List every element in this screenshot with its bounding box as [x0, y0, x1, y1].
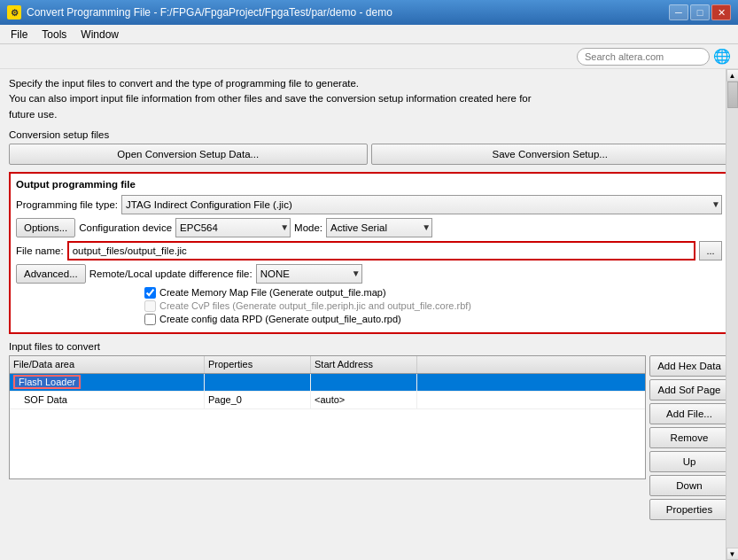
config-device-row: Options... Configuration device EPC564 ▼… [16, 218, 722, 237]
mode-select-wrapper: Active Serial ▼ [326, 218, 432, 237]
input-files-section: Input files to convert File/Data area Pr… [9, 341, 729, 520]
mode-select[interactable]: Active Serial [326, 218, 432, 237]
table-header: File/Data area Properties Start Address [10, 356, 645, 374]
checkbox-memory-map[interactable] [144, 287, 156, 299]
scroll-track [726, 82, 739, 548]
config-device-select-wrapper: EPC564 ▼ [175, 218, 291, 237]
td-flash-loader-addr [311, 374, 417, 391]
main-scrollbar: ▲ ▼ [726, 69, 738, 560]
config-device-select[interactable]: EPC564 [175, 218, 291, 237]
description: Specify the input files to convert and t… [9, 76, 729, 122]
description-line3: future use. [9, 107, 729, 122]
td-flash-loader-props [205, 374, 311, 391]
table-body: Flash Loader SOF Data Page_0 <auto> [10, 374, 645, 409]
add-sof-page-button[interactable]: Add Sof Page [649, 379, 729, 401]
add-hex-data-button[interactable]: Add Hex Data [649, 355, 729, 377]
remove-button[interactable]: Remove [649, 427, 729, 448]
menu-tools[interactable]: Tools [35, 27, 74, 43]
table-row[interactable]: SOF Data Page_0 <auto> [10, 392, 645, 409]
menu-bar: File Tools Window [0, 25, 738, 44]
browse-button[interactable]: ... [699, 241, 722, 261]
scroll-up-arrow[interactable]: ▲ [726, 69, 739, 82]
minimize-button[interactable]: ─ [669, 4, 688, 20]
title-bar: ⚙ Convert Programming File - F:/FPGA/Fpg… [0, 0, 738, 25]
files-container: File/Data area Properties Start Address … [9, 355, 729, 520]
checkbox-rpd[interactable] [144, 314, 156, 325]
programming-file-select[interactable]: JTAG Indirect Configuration File (.jic) [121, 195, 722, 214]
checkbox-rpd-label: Create config data RPD (Generate output_… [159, 314, 401, 324]
menu-window[interactable]: Window [74, 27, 126, 43]
th-file: File/Data area [10, 356, 205, 373]
file-name-row: File name: ... [16, 241, 722, 261]
conversion-setup-buttons: Open Conversion Setup Data... Save Conve… [9, 144, 729, 165]
scroll-thumb[interactable] [727, 82, 738, 108]
input-files-label: Input files to convert [9, 341, 729, 352]
description-line1: Specify the input files to convert and t… [9, 76, 729, 91]
description-line2: You can also import input file informati… [9, 91, 729, 106]
menu-file[interactable]: File [4, 27, 35, 43]
table-row[interactable]: Flash Loader [10, 374, 645, 392]
main-content: Specify the input files to convert and t… [0, 69, 738, 560]
add-file-button[interactable]: Add File... [649, 403, 729, 424]
checkbox-memory-map-label: Create Memory Map File (Generate output_… [159, 287, 386, 298]
remote-local-select[interactable]: NONE [256, 264, 362, 284]
down-button[interactable]: Down [649, 475, 729, 496]
td-sof-addr: <auto> [311, 392, 417, 408]
output-programming-section: Output programming file Programming file… [9, 172, 729, 334]
globe-icon: 🌐 [713, 48, 731, 66]
conversion-setup-label: Conversion setup files [9, 129, 729, 140]
up-button[interactable]: Up [649, 451, 729, 472]
checkbox-cvp-label: Create CvP files (Generate output_file.p… [159, 300, 471, 311]
checkbox-cvp[interactable] [144, 300, 156, 312]
programming-file-row: Programming file type: JTAG Indirect Con… [16, 195, 722, 214]
save-conversion-button[interactable]: Save Conversion Setup... [371, 144, 730, 165]
file-name-input[interactable] [67, 241, 695, 261]
td-flash-loader: Flash Loader [10, 374, 205, 391]
options-button[interactable]: Options... [16, 218, 75, 237]
td-sof-props: Page_0 [205, 392, 311, 408]
checkbox-memory-map-row: Create Memory Map File (Generate output_… [144, 287, 722, 299]
th-start-address: Start Address [311, 356, 417, 373]
remote-local-select-wrapper: NONE ▼ [256, 264, 362, 284]
search-input[interactable] [577, 48, 710, 66]
config-device-label: Configuration device [79, 222, 172, 233]
open-conversion-button[interactable]: Open Conversion Setup Data... [9, 144, 368, 165]
app-icon: ⚙ [7, 5, 21, 19]
side-buttons: Add Hex Data Add Sof Page Add File... Re… [649, 355, 729, 520]
files-table: File/Data area Properties Start Address … [9, 355, 646, 479]
th-properties: Properties [205, 356, 311, 373]
checkbox-rpd-row: Create config data RPD (Generate output_… [144, 314, 722, 325]
properties-button[interactable]: Properties [649, 499, 729, 520]
advanced-row: Advanced... Remote/Local update differen… [16, 264, 722, 284]
flash-loader-cell: Flash Loader [13, 375, 81, 389]
maximize-button[interactable]: □ [690, 4, 710, 20]
close-button[interactable]: ✕ [711, 4, 731, 20]
window-title: Convert Programming File - F:/FPGA/FpgaP… [27, 6, 669, 19]
output-section-label: Output programming file [16, 179, 722, 190]
file-name-label: File name: [16, 245, 64, 256]
td-sof-data: SOF Data [10, 392, 205, 408]
scroll-down-arrow[interactable]: ▼ [726, 548, 739, 560]
advanced-button[interactable]: Advanced... [16, 264, 86, 284]
window-controls: ─ □ ✕ [669, 4, 731, 20]
checkbox-cvp-row: Create CvP files (Generate output_file.p… [144, 300, 722, 312]
programming-file-label: Programming file type: [16, 199, 118, 210]
mode-label: Mode: [294, 222, 322, 233]
remote-local-label: Remote/Local update difference file: [89, 268, 252, 279]
search-bar: 🌐 [0, 44, 738, 69]
programming-file-select-wrapper: JTAG Indirect Configuration File (.jic) … [121, 195, 722, 214]
